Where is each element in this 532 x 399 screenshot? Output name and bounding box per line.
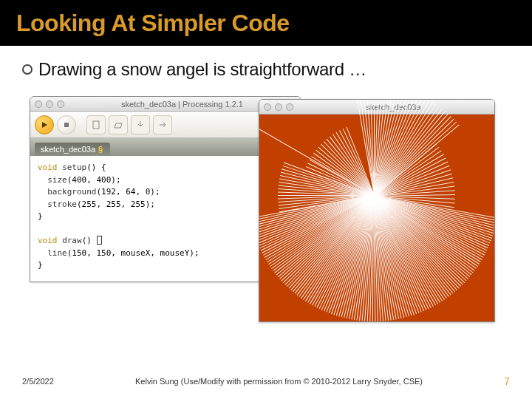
stop-button[interactable]: [57, 115, 76, 134]
minimize-icon: [46, 100, 53, 108]
zoom-icon: [57, 100, 64, 108]
bullet-text: Drawing a snow angel is straightforward …: [38, 59, 366, 80]
svg-rect-2: [93, 121, 99, 129]
bullet-row: Drawing a snow angel is straightforward …: [0, 46, 532, 80]
new-button[interactable]: [86, 115, 106, 134]
minimize-icon: [275, 103, 282, 111]
zoom-icon: [286, 103, 293, 111]
save-button[interactable]: [131, 115, 150, 134]
export-button[interactable]: [153, 115, 172, 134]
slide-footer: 2/5/2022 Kelvin Sung (Use/Modify with pe…: [0, 375, 532, 387]
run-button[interactable]: [35, 115, 54, 134]
snow-angel-drawing: [374, 196, 375, 197]
page-number: 7: [504, 375, 510, 387]
footer-credit: Kelvin Sung (Use/Modify with permission …: [54, 377, 504, 386]
bullet-icon: [22, 64, 33, 75]
svg-rect-1: [64, 123, 69, 127]
tab-modified-icon: §: [98, 145, 103, 154]
open-button[interactable]: [109, 115, 128, 134]
close-icon: [264, 103, 271, 111]
svg-marker-0: [42, 122, 47, 128]
sketch-canvas[interactable]: [259, 115, 494, 321]
close-icon: [35, 100, 42, 108]
slide-title: Looking At Simpler Code: [16, 10, 290, 37]
sketch-tab[interactable]: sketch_dec03a §: [35, 143, 110, 156]
title-bar: Looking At Simpler Code: [0, 0, 532, 46]
sketch-output-window: sketch_dec03a: [259, 99, 495, 322]
footer-date: 2/5/2022: [22, 377, 54, 386]
tab-label: sketch_dec03a: [41, 145, 95, 154]
text-cursor: [97, 236, 102, 245]
